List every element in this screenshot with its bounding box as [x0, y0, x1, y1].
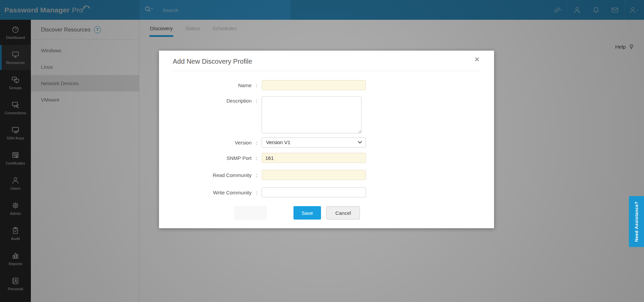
cancel-button[interactable]: Cancel: [326, 206, 360, 220]
description-field-row: Description :: [159, 96, 362, 133]
add-discovery-profile-modal: Add New Discovery Profile × Name : Descr…: [159, 51, 494, 228]
label-colon: :: [252, 82, 262, 88]
version-label: Version: [159, 140, 252, 145]
chevron-down-icon: [358, 141, 362, 144]
password-manager-pro-app: Password Manager Pro: [0, 0, 644, 302]
label-colon: :: [252, 98, 262, 104]
need-assistance-label: Need Assistance?: [634, 201, 639, 242]
need-assistance-tab[interactable]: Need Assistance?: [629, 196, 644, 247]
snmp-port-input[interactable]: [262, 153, 366, 163]
save-button[interactable]: Save: [293, 206, 321, 220]
description-label: Description: [159, 98, 252, 104]
version-field-row: Version : Version V1: [159, 137, 366, 147]
write-community-label: Write Community: [159, 190, 252, 195]
snmp-port-label: SNMP Port: [159, 155, 252, 161]
label-colon: :: [252, 140, 262, 145]
write-community-field-row: Write Community :: [159, 187, 366, 197]
label-colon: :: [252, 155, 262, 161]
snmp-port-field-row: SNMP Port :: [159, 153, 366, 163]
close-icon[interactable]: ×: [475, 55, 479, 63]
modal-divider: [172, 71, 481, 71]
read-community-field-row: Read Community :: [159, 170, 366, 180]
name-field-row: Name :: [159, 80, 366, 90]
version-selected-value: Version V1: [266, 138, 290, 147]
disabled-button-ghost: [234, 206, 267, 220]
modal-title: Add New Discovery Profile: [173, 58, 252, 65]
read-community-label: Read Community: [159, 172, 252, 178]
version-select[interactable]: Version V1: [262, 137, 366, 147]
read-community-input[interactable]: [262, 170, 366, 180]
write-community-input[interactable]: [262, 187, 366, 197]
label-colon: :: [252, 190, 262, 195]
name-input[interactable]: [262, 80, 366, 90]
label-colon: :: [252, 172, 262, 178]
name-label: Name: [159, 82, 252, 88]
description-textarea[interactable]: [262, 96, 362, 133]
